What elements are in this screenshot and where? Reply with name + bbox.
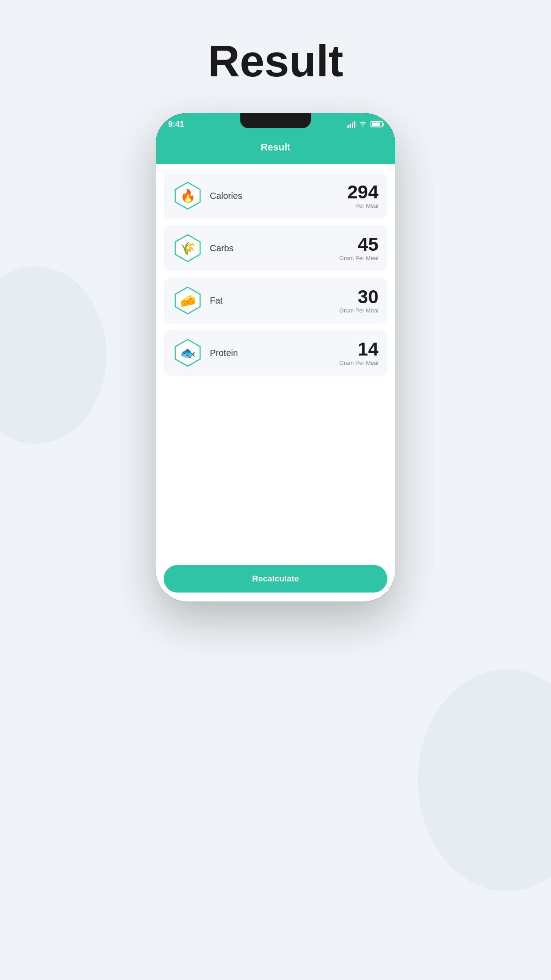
- calories-value: 294: [347, 183, 378, 202]
- fat-unit: Gram Per Meal: [339, 307, 378, 314]
- calories-unit: Per Meal: [347, 202, 378, 209]
- calories-card-right: 294 Per Meal: [347, 183, 378, 209]
- carbs-value: 45: [339, 235, 378, 254]
- fat-value: 30: [339, 288, 378, 306]
- protein-card: 🐟 Protein 14 Gram Per Meal: [164, 330, 387, 376]
- protein-card-right: 14 Gram Per Meal: [339, 340, 378, 366]
- bg-blob-left: [0, 266, 106, 444]
- fat-card-right: 30 Gram Per Meal: [339, 288, 378, 314]
- carbs-unit: Gram Per Meal: [339, 255, 378, 261]
- protein-unit: Gram Per Meal: [339, 360, 378, 366]
- recalculate-button[interactable]: Recalculate: [164, 565, 387, 593]
- phone-frame: 9:41 Result: [156, 113, 395, 601]
- fat-card-left: 🧀 Fat: [173, 285, 223, 316]
- carbs-hex-icon: 🌾: [173, 233, 203, 263]
- calories-card-left: 🔥 Calories: [173, 181, 242, 211]
- app-header: Result: [156, 135, 395, 164]
- carbs-card: 🌾 Carbs 45 Gram Per Meal: [164, 225, 387, 271]
- fat-card: 🧀 Fat 30 Gram Per Meal: [164, 277, 387, 324]
- signal-icon: [347, 121, 355, 128]
- calories-card: 🔥 Calories 294 Per Meal: [164, 173, 387, 219]
- spacer: [164, 382, 387, 559]
- protein-card-left: 🐟 Protein: [173, 338, 238, 368]
- phone-notch: [240, 113, 311, 128]
- protein-hex-icon: 🐟: [173, 338, 203, 368]
- fat-hex-icon: 🧀: [173, 285, 203, 316]
- status-time: 9:41: [168, 120, 184, 129]
- bg-blob-right: [418, 669, 551, 891]
- calories-hex-icon: 🔥: [173, 181, 203, 211]
- protein-value: 14: [339, 340, 378, 359]
- status-icons: [347, 120, 383, 128]
- app-content: 🔥 Calories 294 Per Meal 🌾 Carbs: [156, 164, 395, 601]
- page-title: Result: [208, 36, 343, 87]
- carbs-card-left: 🌾 Carbs: [173, 233, 233, 263]
- wifi-icon: [359, 120, 367, 128]
- calories-label: Calories: [210, 191, 242, 201]
- carbs-card-right: 45 Gram Per Meal: [339, 235, 378, 261]
- carbs-label: Carbs: [210, 243, 233, 253]
- protein-label: Protein: [210, 348, 238, 358]
- fat-label: Fat: [210, 296, 223, 306]
- app-header-title: Result: [260, 142, 290, 153]
- battery-icon: [370, 121, 383, 127]
